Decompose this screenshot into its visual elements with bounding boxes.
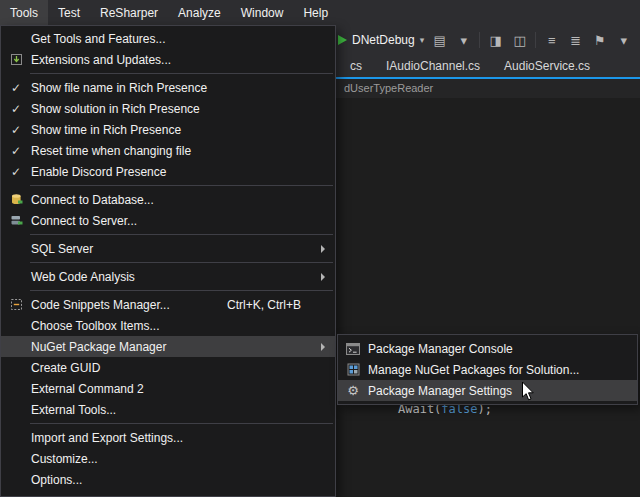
- database-icon: [1, 193, 31, 206]
- menu-item-label: Get Tools and Features...: [31, 32, 166, 46]
- menubar-item-window[interactable]: Window: [231, 0, 294, 25]
- line-indent-icon[interactable]: ≡: [543, 33, 560, 48]
- menubar-item-help[interactable]: Help: [293, 0, 338, 25]
- submenu-item-package-manager-settings[interactable]: ⚙ Package Manager Settings: [338, 380, 637, 401]
- menu-item-label: Show solution in Rich Presence: [31, 102, 200, 116]
- submenu-arrow-icon: [321, 343, 325, 351]
- menu-item-label: Reset time when changing file: [31, 144, 191, 158]
- checkmark-icon: ✓: [1, 102, 31, 116]
- menu-item-external-command-2[interactable]: External Command 2: [1, 378, 335, 399]
- menu-item-label: Web Code Analysis: [31, 270, 135, 284]
- menu-item-show-solution-rich-presence[interactable]: ✓ Show solution in Rich Presence: [1, 98, 335, 119]
- menubar-item-resharper[interactable]: ReSharper: [90, 0, 168, 25]
- menu-item-label: Manage NuGet Packages for Solution...: [368, 363, 579, 377]
- checkmark-icon: ✓: [1, 144, 31, 158]
- menu-item-shortcut: Ctrl+K, Ctrl+B: [227, 298, 335, 312]
- tab-iaudiochannel[interactable]: IAudioChannel.cs: [374, 55, 492, 77]
- menu-item-connect-to-server[interactable]: Connect to Server...: [1, 210, 335, 231]
- submenu-item-manage-nuget-packages-solution[interactable]: Manage NuGet Packages for Solution...: [338, 359, 637, 380]
- menu-separator: [30, 73, 333, 74]
- console-icon: [338, 343, 368, 355]
- menu-item-label: External Command 2: [31, 382, 144, 396]
- menu-item-show-file-name-rich-presence[interactable]: ✓ Show file name in Rich Presence: [1, 77, 335, 98]
- find-symbol-icon[interactable]: ▤: [431, 33, 448, 48]
- bookmark-icon[interactable]: ⚑: [591, 33, 608, 48]
- menu-item-import-export-settings[interactable]: Import and Export Settings...: [1, 427, 335, 448]
- menu-item-reset-time-when-changing-file[interactable]: ✓ Reset time when changing file: [1, 140, 335, 161]
- chevron-down-icon[interactable]: ▾: [455, 33, 472, 48]
- checkmark-icon: ✓: [1, 81, 31, 95]
- menu-item-options[interactable]: Options...: [1, 469, 335, 490]
- menu-bar: Tools Test ReSharper Analyze Window Help: [0, 0, 640, 25]
- menu-item-label: Create GUID: [31, 361, 100, 375]
- preview-window-icon[interactable]: ◫: [511, 33, 528, 48]
- menu-item-enable-discord-presence[interactable]: ✓ Enable Discord Presence: [1, 161, 335, 182]
- menu-item-label: Connect to Database...: [31, 193, 154, 207]
- menu-item-choose-toolbox-items[interactable]: Choose Toolbox Items...: [1, 315, 335, 336]
- nuget-package-manager-submenu: Package Manager Console Manage NuGet Pac…: [337, 334, 638, 405]
- snippets-icon: [1, 298, 31, 311]
- menu-item-label: Package Manager Settings: [368, 384, 512, 398]
- submenu-arrow-icon: [321, 273, 325, 281]
- manage-packages-icon: [338, 363, 368, 376]
- menu-item-label: Extensions and Updates...: [31, 53, 171, 67]
- menu-item-show-time-rich-presence[interactable]: ✓ Show time in Rich Presence: [1, 119, 335, 140]
- menu-item-code-snippets-manager[interactable]: Code Snippets Manager... Ctrl+K, Ctrl+B: [1, 294, 335, 315]
- menu-item-label: Show file name in Rich Presence: [31, 81, 207, 95]
- play-icon: [338, 35, 347, 45]
- gear-icon: ⚙: [338, 383, 368, 398]
- menu-separator: [30, 185, 333, 186]
- menu-item-label: Package Manager Console: [368, 342, 513, 356]
- menu-item-create-guid[interactable]: Create GUID: [1, 357, 335, 378]
- menu-item-label: Code Snippets Manager...: [31, 298, 170, 312]
- menubar-item-tools[interactable]: Tools: [0, 0, 48, 25]
- submenu-item-package-manager-console[interactable]: Package Manager Console: [338, 338, 637, 359]
- menu-item-label: Options...: [31, 473, 82, 487]
- submenu-arrow-icon: [321, 245, 325, 253]
- menu-separator: [30, 234, 333, 235]
- extensions-icon: [1, 53, 31, 66]
- menu-item-label: Enable Discord Presence: [31, 165, 166, 179]
- menu-item-extensions-and-updates[interactable]: Extensions and Updates...: [1, 49, 335, 70]
- start-debugging-button[interactable]: DNetDebug ▾: [338, 33, 424, 47]
- menu-item-external-tools[interactable]: External Tools...: [1, 399, 335, 420]
- toolbar-separator: [535, 32, 536, 48]
- checkmark-icon: ✓: [1, 165, 31, 179]
- menu-separator: [30, 423, 333, 424]
- tab-audioservice[interactable]: AudioService.cs: [492, 55, 602, 77]
- chevron-down-icon[interactable]: ▾: [615, 33, 632, 48]
- menu-item-sql-server[interactable]: SQL Server: [1, 238, 335, 259]
- tab-partial[interactable]: cs: [338, 55, 374, 77]
- menu-item-nuget-package-manager[interactable]: NuGet Package Manager: [1, 336, 335, 357]
- tools-menu: Get Tools and Features... Extensions and…: [0, 25, 336, 497]
- toolbar-separator: [479, 32, 480, 48]
- line-outdent-icon[interactable]: ≣: [567, 33, 584, 48]
- menu-item-connect-to-database[interactable]: Connect to Database...: [1, 189, 335, 210]
- menu-separator: [30, 262, 333, 263]
- menu-item-customize[interactable]: Customize...: [1, 448, 335, 469]
- server-icon: [1, 214, 31, 227]
- menu-item-label: External Tools...: [31, 403, 116, 417]
- save-all-icon[interactable]: ◨: [487, 33, 504, 48]
- menu-item-label: SQL Server: [31, 242, 93, 256]
- run-config-label: DNetDebug: [352, 33, 415, 47]
- menubar-item-test[interactable]: Test: [48, 0, 90, 25]
- menu-item-label: Import and Export Settings...: [31, 431, 183, 445]
- menu-item-label: Connect to Server...: [31, 214, 137, 228]
- menu-item-label: NuGet Package Manager: [31, 340, 166, 354]
- menu-item-get-tools-and-features[interactable]: Get Tools and Features...: [1, 28, 335, 49]
- menu-item-label: Show time in Rich Presence: [31, 123, 181, 137]
- menu-item-web-code-analysis[interactable]: Web Code Analysis: [1, 266, 335, 287]
- menu-item-label: Choose Toolbox Items...: [31, 319, 160, 333]
- menu-separator: [30, 290, 333, 291]
- checkmark-icon: ✓: [1, 123, 31, 137]
- chevron-down-icon[interactable]: ▾: [420, 35, 425, 45]
- menu-item-label: Customize...: [31, 452, 98, 466]
- menubar-item-analyze[interactable]: Analyze: [168, 0, 231, 25]
